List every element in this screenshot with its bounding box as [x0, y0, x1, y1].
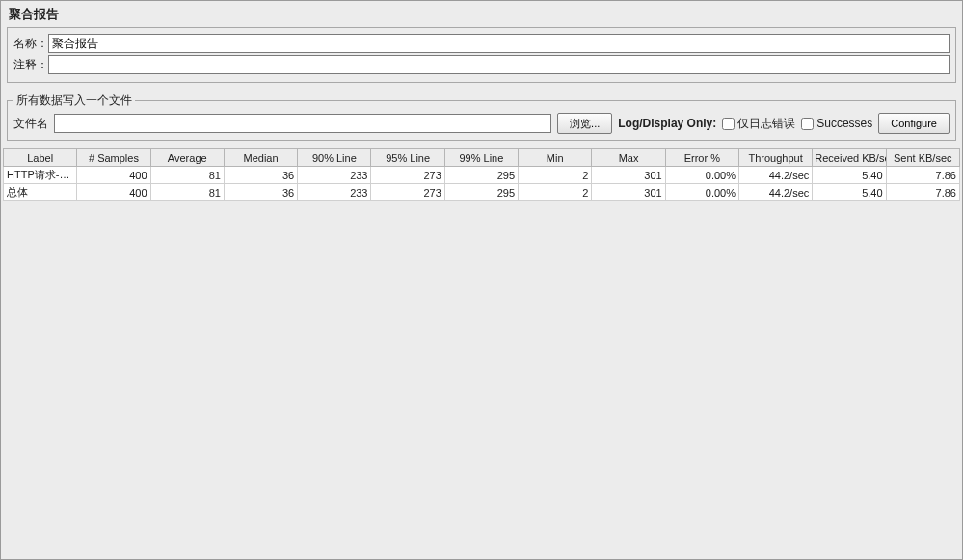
table-header-row: Label # Samples Average Median 90% Line …	[4, 149, 960, 167]
cell-average: 81	[150, 167, 224, 184]
cell-max: 301	[592, 184, 665, 201]
results-table-wrap: Label # Samples Average Median 90% Line …	[3, 148, 960, 557]
successes-checkbox-wrap[interactable]: Successes	[801, 117, 872, 130]
name-input[interactable]	[48, 34, 950, 53]
cell-label: HTTP请求-100...	[4, 167, 77, 184]
cell-max: 301	[592, 167, 665, 184]
cell-sent: 7.86	[886, 167, 959, 184]
write-results-fieldset: 所有数据写入一个文件 文件名 浏览... Log/Display Only: 仅…	[7, 93, 956, 141]
col-received-kb[interactable]: Received KB/sec	[813, 149, 886, 167]
configure-button[interactable]: Configure	[878, 113, 950, 134]
cell-samples: 400	[77, 167, 150, 184]
table-row[interactable]: 总体 400 81 36 233 273 295 2 301 0.00% 44.…	[4, 184, 960, 201]
errors-only-label: 仅日志错误	[737, 116, 795, 132]
filename-label: 文件名	[13, 116, 48, 132]
cell-min: 2	[519, 167, 592, 184]
cell-label: 总体	[4, 184, 77, 201]
cell-95-line: 273	[371, 167, 444, 184]
cell-received: 5.40	[813, 184, 886, 201]
col-90-line[interactable]: 90% Line	[298, 149, 371, 167]
col-samples[interactable]: # Samples	[77, 149, 150, 167]
panel-title: 聚合报告	[1, 1, 962, 25]
properties-panel: 名称： 注释：	[7, 27, 956, 83]
cell-median: 36	[224, 184, 297, 201]
cell-median: 36	[224, 167, 297, 184]
col-min[interactable]: Min	[519, 149, 592, 167]
successes-checkbox[interactable]	[801, 118, 814, 130]
col-99-line[interactable]: 99% Line	[444, 149, 518, 167]
errors-only-checkbox-wrap[interactable]: 仅日志错误	[722, 116, 795, 132]
cell-95-line: 273	[371, 184, 444, 201]
cell-99-line: 295	[444, 184, 518, 201]
col-throughput[interactable]: Throughput	[738, 149, 812, 167]
cell-90-line: 233	[298, 184, 371, 201]
filename-input[interactable]	[54, 114, 551, 133]
cell-sent: 7.86	[886, 184, 959, 201]
cell-99-line: 295	[444, 167, 518, 184]
name-label: 名称：	[13, 36, 48, 52]
cell-samples: 400	[77, 184, 150, 201]
cell-90-line: 233	[298, 167, 371, 184]
col-error[interactable]: Error %	[665, 149, 738, 167]
col-95-line[interactable]: 95% Line	[371, 149, 444, 167]
cell-error: 0.00%	[665, 167, 738, 184]
cell-min: 2	[519, 184, 592, 201]
errors-only-checkbox[interactable]	[722, 118, 735, 130]
cell-throughput: 44.2/sec	[738, 184, 812, 201]
col-label[interactable]: Label	[4, 149, 77, 167]
comment-input[interactable]	[48, 55, 950, 74]
comment-label: 注释：	[13, 57, 48, 73]
cell-received: 5.40	[813, 167, 886, 184]
cell-average: 81	[150, 184, 224, 201]
log-display-only-label: Log/Display Only:	[618, 117, 716, 130]
col-median[interactable]: Median	[224, 149, 297, 167]
browse-button[interactable]: 浏览...	[557, 113, 612, 134]
results-table: Label # Samples Average Median 90% Line …	[3, 148, 960, 201]
col-sent-kb[interactable]: Sent KB/sec	[886, 149, 959, 167]
successes-label: Successes	[816, 117, 872, 130]
table-row[interactable]: HTTP请求-100... 400 81 36 233 273 295 2 30…	[4, 167, 960, 184]
cell-throughput: 44.2/sec	[738, 167, 812, 184]
cell-error: 0.00%	[665, 184, 738, 201]
aggregate-report-panel: 聚合报告 名称： 注释： 所有数据写入一个文件 文件名 浏览... Log/Di…	[0, 0, 963, 560]
col-average[interactable]: Average	[150, 149, 224, 167]
write-results-legend: 所有数据写入一个文件	[13, 93, 135, 109]
col-max[interactable]: Max	[592, 149, 665, 167]
